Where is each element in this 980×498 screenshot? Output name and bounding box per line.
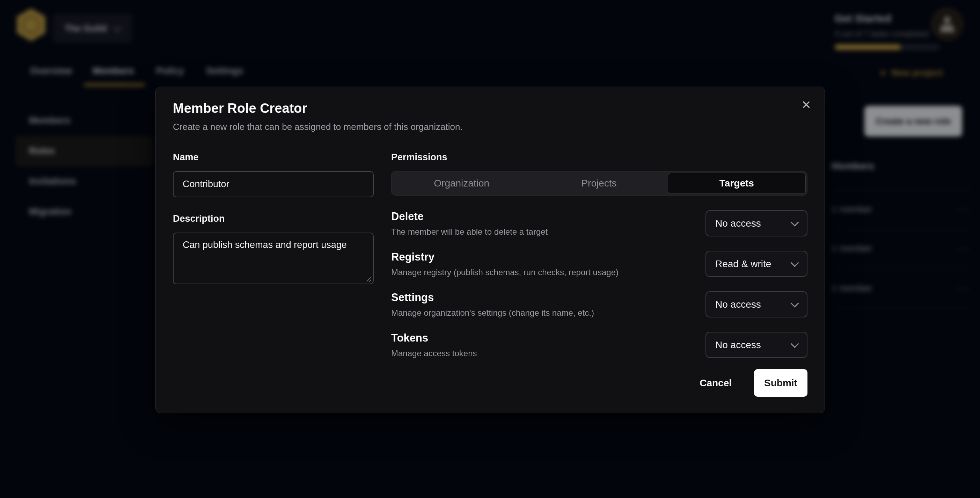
description-textarea[interactable] bbox=[173, 232, 374, 284]
chevron-down-icon bbox=[791, 218, 799, 226]
role-identity-column: Name Description bbox=[173, 152, 374, 358]
submit-button[interactable]: Submit bbox=[754, 369, 807, 397]
permissions-column: Permissions Organization Projects Target… bbox=[391, 152, 807, 358]
permission-name: Settings bbox=[391, 291, 594, 304]
chevron-down-icon bbox=[791, 299, 799, 307]
registry-access-select[interactable]: Read & write bbox=[705, 251, 807, 277]
permission-name: Tokens bbox=[391, 332, 477, 344]
permission-row-registry: Registry Manage registry (publish schema… bbox=[391, 251, 807, 277]
permission-description: Manage registry (publish schemas, run ch… bbox=[391, 267, 619, 277]
scope-tab-projects[interactable]: Projects bbox=[530, 173, 667, 194]
permission-description: Manage organization's settings (change i… bbox=[391, 308, 594, 318]
tokens-access-select[interactable]: No access bbox=[705, 332, 807, 358]
scope-tab-organization[interactable]: Organization bbox=[393, 173, 530, 194]
permission-description: Manage access tokens bbox=[391, 348, 477, 358]
description-label: Description bbox=[173, 213, 374, 224]
chevron-down-icon bbox=[791, 258, 799, 267]
cancel-button[interactable]: Cancel bbox=[697, 377, 734, 389]
selected-value: Read & write bbox=[715, 258, 771, 270]
app-root: The Guild Get Started 4 out of 7 tasks c… bbox=[0, 0, 980, 498]
dialog-title: Member Role Creator bbox=[173, 101, 807, 116]
permission-row-settings: Settings Manage organization's settings … bbox=[391, 291, 807, 318]
permission-row-delete: Delete The member will be able to delete… bbox=[391, 210, 807, 237]
permission-description: The member will be able to delete a targ… bbox=[391, 227, 547, 237]
selected-value: No access bbox=[715, 299, 761, 310]
name-label: Name bbox=[173, 152, 374, 163]
delete-access-select[interactable]: No access bbox=[705, 210, 807, 236]
selected-value: No access bbox=[715, 218, 761, 229]
chevron-down-icon bbox=[791, 339, 799, 348]
scope-tab-targets[interactable]: Targets bbox=[668, 173, 806, 194]
settings-access-select[interactable]: No access bbox=[705, 291, 807, 317]
member-role-creator-dialog: ✕ Member Role Creator Create a new role … bbox=[156, 87, 825, 413]
dialog-body: Name Description Permissions Organizatio… bbox=[173, 152, 807, 358]
resize-handle-icon[interactable] bbox=[365, 276, 372, 282]
permission-row-tokens: Tokens Manage access tokens No access bbox=[391, 332, 807, 358]
permissions-label: Permissions bbox=[391, 152, 807, 163]
permission-name: Registry bbox=[391, 251, 619, 263]
close-icon[interactable]: ✕ bbox=[802, 99, 812, 111]
dialog-subtitle: Create a new role that can be assigned t… bbox=[173, 121, 807, 132]
dialog-footer: Cancel Submit bbox=[697, 369, 807, 397]
selected-value: No access bbox=[715, 339, 761, 351]
permission-scope-tabs: Organization Projects Targets bbox=[391, 171, 807, 196]
name-input[interactable] bbox=[173, 171, 374, 197]
permission-name: Delete bbox=[391, 210, 547, 223]
